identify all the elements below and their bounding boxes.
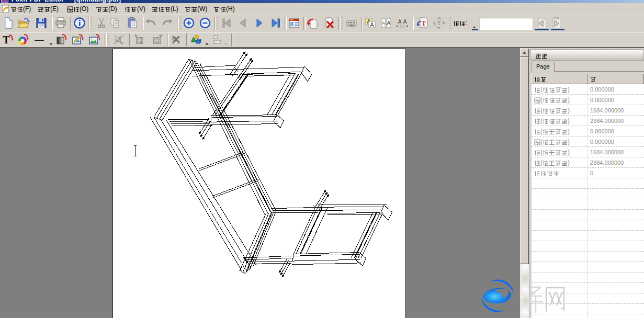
svg-text:A: A [403,19,407,25]
svg-text:A: A [398,19,402,25]
svg-text:A: A [382,20,385,26]
svg-text:A: A [387,20,391,26]
svg-text:T: T [437,20,440,26]
svg-text:T: T [422,20,426,27]
svg-text:A: A [370,21,374,28]
svg-text:T: T [3,34,10,46]
